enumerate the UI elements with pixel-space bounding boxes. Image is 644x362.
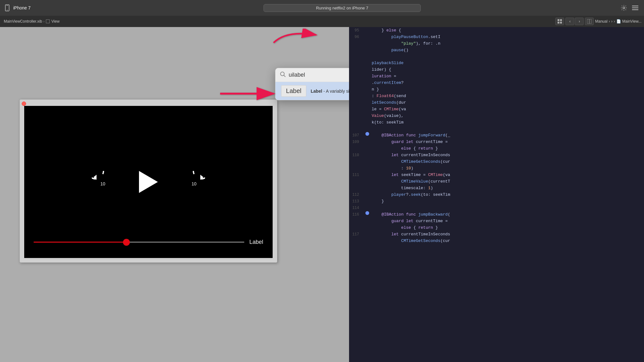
code-line-117: 117 let currentTimeInSeconds [349, 231, 644, 238]
svg-point-1 [7, 10, 8, 10]
breadcrumb-view[interactable]: View [52, 19, 60, 24]
line-num-116: 116 [349, 211, 364, 218]
grid-view-btn[interactable] [555, 18, 564, 25]
line-content-seektime: k(to: seekTim [370, 119, 644, 126]
code-line-n: n } [349, 86, 644, 93]
breadcrumb-sep2: › [609, 19, 610, 24]
line-num-117: 117 [349, 231, 364, 238]
line-content-110c: : 10) [370, 165, 644, 172]
code-line-109b: else { return } [349, 145, 644, 152]
code-line-112: 112 player?.seek(to: seekTim [349, 191, 644, 198]
code-line-116: 116 @IBAction func jumpBackward( [349, 211, 644, 218]
line-num-111: 111 [349, 172, 364, 178]
iphone-close-btn[interactable] [22, 101, 26, 106]
line-num-109: 109 [349, 139, 364, 145]
svg-rect-2 [6, 5, 8, 6]
code-line-110b: CMTimeGetSeconds(cur [349, 158, 644, 165]
code-line-110c: : 10) [349, 165, 644, 172]
search-popup-header: ✕ [275, 68, 349, 82]
search-input[interactable] [289, 72, 349, 78]
line-num-95: 95 [349, 27, 364, 34]
gutter-107 [364, 132, 370, 136]
code-line-playback: playbackSlide [349, 60, 644, 66]
file-icon2: 📄 [616, 19, 621, 24]
result-detail: Label - A variably sized amount of stati… [311, 89, 349, 94]
progress-label: Label [249, 239, 263, 245]
line-content-playback: playbackSlide [370, 60, 644, 66]
line-num-cmtime [349, 106, 364, 106]
top-bar-right [615, 4, 644, 12]
line-content-116b: guard let currentTime = [370, 218, 644, 224]
line-num-111b [349, 178, 364, 178]
breadcrumb-file[interactable]: MainViewController.xib [4, 19, 42, 24]
line-content-float64: : Float64(send [370, 93, 644, 99]
line-num-lider [349, 66, 364, 67]
play-btn[interactable] [139, 171, 158, 193]
settings-icon[interactable] [620, 4, 628, 12]
nav-back-btn[interactable]: ‹ [565, 18, 574, 25]
rewind-btn[interactable]: 10 [92, 171, 114, 193]
code-line-float64: : Float64(send [349, 93, 644, 99]
code-gap-1 [349, 53, 644, 60]
line-content-currentItem: .currentItem? [370, 80, 644, 86]
progress-thumb[interactable] [123, 239, 130, 246]
nav-forward-btn[interactable]: › [575, 18, 584, 25]
code-line-111c: timescale: 1) [349, 185, 644, 191]
svg-rect-9 [558, 22, 559, 24]
line-num-currentItem [349, 80, 364, 80]
line-content-95: } else { [370, 27, 644, 34]
line-content-cmtime: le = CMTime(va [370, 106, 644, 112]
main-content: 10 10 [0, 27, 644, 362]
code-line-109: 109 guard let currentTime = [349, 139, 644, 145]
line-num-117b [349, 238, 364, 238]
code-line-111: 111 let seekTime = CMTime(va [349, 172, 644, 178]
view-icon [46, 19, 50, 23]
line-num-113: 113 [349, 198, 364, 205]
line-content-110: let currentTimeInSeconds [370, 152, 644, 158]
player-controls: 10 10 [92, 171, 205, 193]
line-num-107: 107 [349, 132, 364, 139]
arrow-icon2: › [611, 19, 613, 24]
left-panel: 10 10 [0, 27, 349, 362]
code-line-110: 110 let currentTimeInSeconds [349, 152, 644, 158]
code-line-96: 96 playPauseButton.setI [349, 34, 644, 40]
line-num-playback [349, 60, 364, 60]
mainview-label[interactable]: MainView... [622, 19, 641, 24]
line-content-96: playPauseButton.setI [370, 34, 644, 40]
forward-btn[interactable]: 10 [183, 171, 205, 193]
search-result-item[interactable]: Label Label - A variably sized amount of… [275, 82, 349, 100]
code-line-seektime: k(to: seekTim [349, 119, 644, 126]
line-num-getseconds [349, 99, 364, 100]
result-preview: Label [281, 85, 306, 97]
code-line-114: 114 [349, 205, 644, 211]
manual-label: Manual [595, 19, 607, 24]
iphone-preview: 10 10 [19, 99, 277, 263]
code-line-113: 113 } [349, 198, 644, 205]
code-line-111b: CMTimeValue(currentT [349, 178, 644, 185]
top-arrow [270, 29, 308, 44]
code-line-cmtime: le = CMTime(va [349, 106, 644, 112]
video-player: 10 10 [24, 106, 273, 258]
run-status: Running netflix2 on iPhone 7 [264, 4, 421, 12]
line-content-111: let seekTime = CMTime(va [370, 172, 644, 178]
line-content-107: @IBAction func jumpForward(_ [370, 132, 644, 139]
editor-nav: Manual › › › 📄 MainView... [585, 18, 641, 25]
code-line-117b: CMTimeGetSeconds(cur [349, 238, 644, 244]
progress-fill [34, 242, 126, 243]
line-content-110b: CMTimeGetSeconds(cur [370, 158, 644, 165]
line-content-96c: pause() [370, 47, 644, 53]
progress-track[interactable] [34, 242, 244, 243]
code-line-116c: else { return } [349, 224, 644, 231]
line-content-114 [370, 205, 644, 205]
menu-icon[interactable] [631, 4, 639, 12]
search-popup: ✕ Label Label - A variably sized amount … [275, 68, 349, 100]
panels-btn[interactable] [585, 18, 594, 25]
line-num-96: 96 [349, 34, 364, 40]
breakpoint-116 [365, 211, 369, 215]
code-line-95: 95 } else { [349, 27, 644, 34]
line-content-109b: else { return } [370, 145, 644, 152]
line-content-113: } [370, 198, 644, 205]
code-editor: 95 } else { 96 playPauseButton.setI "pla… [349, 27, 644, 362]
code-line-lider: lider) { [349, 66, 644, 73]
svg-text:10: 10 [100, 181, 105, 186]
